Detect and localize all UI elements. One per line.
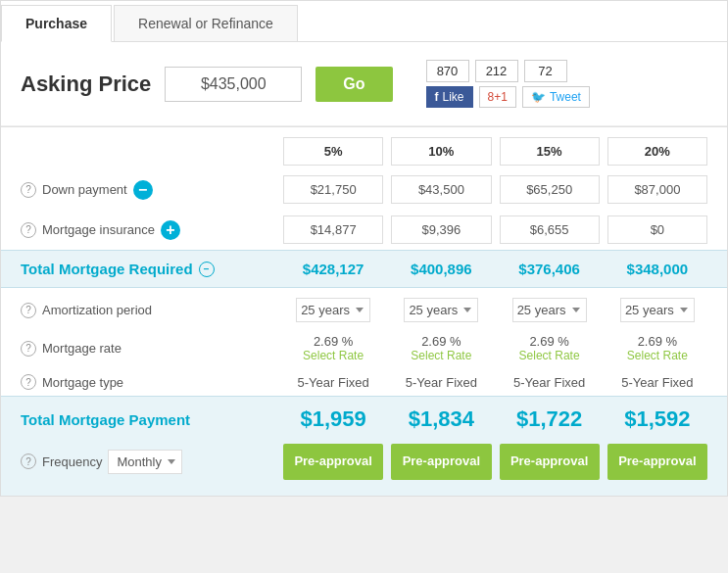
asking-price-row: Asking Price Go 870 212 72 f Like 8+1 🐦 … [1, 42, 727, 126]
total-mortgage-val-0: $428,127 [283, 261, 383, 277]
amortization-select-3[interactable]: 25 years [607, 298, 707, 322]
frequency-dropdown[interactable]: Monthly [108, 450, 182, 474]
payment-total-val-0: $1,959 [283, 406, 383, 432]
like-count: 870 [426, 60, 469, 82]
mortgage-insurance-val-1: $9,396 [391, 215, 491, 244]
amortization-select-1[interactable]: 25 years [391, 298, 491, 322]
mortgage-rate-label: Mortgage rate [42, 341, 121, 356]
mortgage-insurance-label-area: ? Mortgage insurance + [21, 220, 275, 240]
amortization-row: ? Amortization period 25 years 25 years … [1, 288, 727, 328]
total-mortgage-label: Total Mortgage Required − [21, 261, 275, 277]
down-payment-info-icon[interactable]: ? [21, 182, 36, 198]
mortgage-insurance-val-0: $14,877 [283, 215, 383, 244]
col-header-1: 10% [391, 137, 491, 166]
total-mortgage-val-3: $348,000 [607, 261, 707, 277]
total-mortgage-val-1: $400,896 [391, 261, 491, 277]
tabs-bar: Purchase Renewal or Refinance [1, 1, 727, 42]
social-area: 870 212 72 f Like 8+1 🐦 Tweet [426, 60, 590, 108]
mortgage-insurance-plus-button[interactable]: + [161, 220, 180, 240]
amortization-info-icon[interactable]: ? [21, 303, 36, 318]
type-val-0: 5-Year Fixed [283, 375, 383, 390]
rate-cell-1: 2.69 % Select Rate [391, 334, 491, 362]
mortgage-insurance-label: Mortgage insurance [42, 222, 155, 237]
asking-price-input[interactable] [165, 67, 302, 102]
gplus-button[interactable]: 8+1 [479, 86, 516, 108]
preapproval-btn-0[interactable]: Pre-approval [283, 444, 383, 480]
payment-total-val-1: $1,834 [391, 406, 491, 432]
type-val-2: 5-Year Fixed [500, 375, 600, 390]
rate-cell-3: 2.69 % Select Rate [607, 334, 707, 362]
gplus-count: 212 [475, 60, 518, 82]
type-val-1: 5-Year Fixed [391, 375, 491, 390]
frequency-label: Frequency [42, 454, 102, 469]
mortgage-type-label: Mortgage type [42, 375, 123, 390]
amortization-dropdown-0[interactable]: 25 years [296, 298, 370, 322]
payment-total-val-2: $1,722 [500, 406, 600, 432]
down-payment-val-0: $21,750 [283, 175, 383, 204]
select-rate-link-2[interactable]: Select Rate [500, 349, 600, 362]
facebook-like-button[interactable]: f Like [426, 86, 473, 108]
type-val-3: 5-Year Fixed [607, 375, 707, 390]
frequency-label-area: ? Frequency Monthly [21, 450, 275, 474]
frequency-row: ? Frequency Monthly Pre-approval Pre-app… [1, 438, 727, 496]
mortgage-rate-info-icon[interactable]: ? [21, 341, 36, 357]
rate-num-1: 2.69 % [421, 334, 461, 349]
total-mortgage-row: Total Mortgage Required − $428,127 $400,… [1, 250, 727, 288]
down-payment-label-area: ? Down payment − [21, 180, 275, 200]
asking-price-label: Asking Price [21, 72, 151, 97]
rate-num-0: 2.69 % [314, 334, 353, 349]
rate-num-2: 2.69 % [529, 334, 568, 349]
select-rate-link-3[interactable]: Select Rate [607, 349, 707, 362]
payment-total-row: Total Mortgage Payment $1,959 $1,834 $1,… [1, 396, 727, 438]
rate-cell-0: 2.69 % Select Rate [283, 334, 383, 362]
down-payment-label: Down payment [42, 182, 127, 197]
mortgage-type-row: ? Mortgage type 5-Year Fixed 5-Year Fixe… [1, 368, 727, 396]
col-header-0: 5% [283, 137, 383, 166]
payment-total-val-3: $1,592 [607, 406, 707, 432]
payment-total-label: Total Mortgage Payment [21, 411, 275, 428]
social-btn-row: f Like 8+1 🐦 Tweet [426, 86, 590, 108]
down-payment-val-3: $87,000 [607, 175, 707, 204]
tweet-count: 72 [524, 60, 567, 82]
amortization-label-area: ? Amortization period [21, 303, 275, 318]
amortization-dropdown-3[interactable]: 25 years [620, 298, 695, 322]
amortization-select-0[interactable]: 25 years [283, 298, 383, 322]
mortgage-rate-row: ? Mortgage rate 2.69 % Select Rate 2.69 … [1, 328, 727, 368]
down-payment-minus-button[interactable]: − [133, 180, 153, 200]
col-header-2: 15% [500, 137, 600, 166]
rate-num-3: 2.69 % [638, 334, 677, 349]
amortization-select-2[interactable]: 25 years [500, 298, 600, 322]
pct-header-row: 5% 10% 15% 20% [1, 127, 727, 169]
preapproval-btn-1[interactable]: Pre-approval [391, 444, 491, 480]
frequency-info-icon[interactable]: ? [21, 454, 36, 469]
amortization-dropdown-1[interactable]: 25 years [404, 298, 478, 322]
down-payment-val-2: $65,250 [500, 175, 600, 204]
mortgage-insurance-val-2: $6,655 [500, 215, 600, 244]
mortgage-insurance-info-icon[interactable]: ? [21, 222, 36, 238]
twitter-icon: 🐦 [531, 90, 546, 104]
mortgage-rate-label-area: ? Mortgage rate [21, 341, 275, 357]
tab-renewal[interactable]: Renewal or Refinance [114, 5, 298, 41]
amortization-dropdown-2[interactable]: 25 years [512, 298, 587, 322]
mortgage-insurance-row: ? Mortgage insurance + $14,877 $9,396 $6… [1, 210, 727, 250]
col-header-3: 20% [607, 137, 707, 166]
tab-purchase[interactable]: Purchase [1, 5, 112, 42]
total-mortgage-val-2: $376,406 [500, 261, 600, 277]
mortgage-insurance-val-3: $0 [607, 215, 707, 244]
down-payment-row: ? Down payment − $21,750 $43,500 $65,250… [1, 169, 727, 210]
mortgage-type-info-icon[interactable]: ? [21, 374, 36, 390]
social-top-row: 870 212 72 [426, 60, 590, 82]
down-payment-val-1: $43,500 [391, 175, 491, 204]
go-button[interactable]: Go [315, 67, 392, 102]
main-container: Purchase Renewal or Refinance Asking Pri… [0, 0, 728, 497]
select-rate-link-1[interactable]: Select Rate [391, 349, 491, 362]
amortization-label: Amortization period [42, 303, 152, 317]
preapproval-btn-3[interactable]: Pre-approval [607, 444, 707, 480]
total-mortgage-info-icon[interactable]: − [199, 262, 215, 277]
mortgage-type-label-area: ? Mortgage type [21, 374, 275, 390]
select-rate-link-0[interactable]: Select Rate [283, 349, 383, 362]
facebook-icon: f [435, 90, 439, 104]
rate-cell-2: 2.69 % Select Rate [500, 334, 600, 362]
tweet-button[interactable]: 🐦 Tweet [522, 86, 590, 108]
preapproval-btn-2[interactable]: Pre-approval [500, 444, 600, 480]
